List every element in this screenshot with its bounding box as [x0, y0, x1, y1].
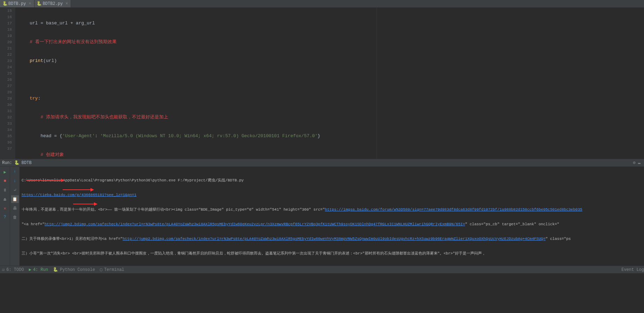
- close-icon[interactable]: ×: [29, 1, 31, 6]
- run-header: Run: 🐍 BDTB ⚙ ▬: [0, 159, 644, 167]
- clear-button[interactable]: 🗑: [11, 213, 19, 221]
- close-icon[interactable]: ×: [65, 1, 68, 6]
- event-log-tab[interactable]: Event Log: [621, 267, 644, 272]
- todo-tab[interactable]: ☑6: TODO: [2, 267, 24, 272]
- close-button[interactable]: ✕: [1, 204, 9, 212]
- run-toolbar-2: ↑ ↓ ⤶ 📋 🖶 🗑: [10, 167, 19, 266]
- editor[interactable]: 1516171819 2021222324 2526272829 3031323…: [0, 8, 644, 159]
- console-output[interactable]: C:\Users\linuxliu\AppData\Local\Programs…: [19, 167, 644, 266]
- wrap-button[interactable]: ⤶: [11, 186, 19, 194]
- print-button[interactable]: 🖶: [11, 204, 19, 212]
- exit-button[interactable]: ⏏: [1, 195, 9, 203]
- python-icon: 🐍: [14, 160, 19, 165]
- code-area[interactable]: url = base_url + arg_url # 看一下打出来的网址有没有达…: [15, 8, 644, 159]
- bottom-tool-bar: ☑6: TODO ▶4: Run 🐍Python Console ▢Termin…: [0, 266, 644, 273]
- editor-tabs: 🐍 BDTB.py × 🐍 BDTB2.py ×: [0, 0, 644, 8]
- python-console-tab[interactable]: 🐍Python Console: [53, 267, 95, 272]
- console-link[interactable]: http://jump2.bdimg.com/safecheck/index?u…: [45, 222, 465, 226]
- tab-label: BDTB.py: [8, 1, 26, 6]
- stop-button[interactable]: ■: [1, 177, 9, 185]
- run-panel: Run: 🐍 BDTB ⚙ ▬ ▶ ■ ⏸ ⏏ ✕ ? ↑ ↓ ⤶ 📋 🖶 🗑 …: [0, 159, 644, 266]
- run-body: ▶ ■ ⏸ ⏏ ✕ ? ↑ ↓ ⤶ 📋 🖶 🗑 C:\Users\linuxli…: [0, 167, 644, 266]
- up-button[interactable]: ↑: [11, 168, 19, 176]
- run-config-name: BDTB: [22, 161, 32, 165]
- tab-bdtb2[interactable]: 🐍 BDTB2.py ×: [34, 0, 71, 7]
- terminal-tab[interactable]: ▢Terminal: [100, 267, 124, 272]
- scroll-button[interactable]: 📋: [11, 195, 19, 203]
- pause-button[interactable]: ⏸: [1, 186, 9, 194]
- gutter: 1516171819 2021222324 2526272829 3031323…: [0, 8, 15, 159]
- run-label: Run:: [2, 161, 12, 165]
- gear-icon[interactable]: ⚙ ▬: [633, 160, 641, 165]
- console-line: C:\Users\linuxliu\AppData\Local\Programs…: [22, 178, 642, 183]
- down-button[interactable]: ↓: [11, 177, 19, 185]
- python-icon: 🐍: [37, 2, 41, 6]
- right-margin: [377, 8, 377, 159]
- run-toolbar-1: ▶ ■ ⏸ ⏏ ✕ ?: [0, 167, 10, 266]
- console-link[interactable]: http://jump2.bdimg.com/safecheck/index?u…: [123, 237, 545, 241]
- python-icon: 🐍: [3, 2, 7, 6]
- console-link[interactable]: https://tieba.baidu.com/p/4366865181?see…: [22, 193, 136, 197]
- rerun-button[interactable]: ▶: [1, 168, 9, 176]
- tab-label: BDTB2.py: [43, 1, 63, 6]
- run-tab[interactable]: ▶4: Run: [29, 267, 48, 272]
- help-button[interactable]: ?: [1, 213, 9, 221]
- tab-bdtb[interactable]: 🐍 BDTB.py ×: [0, 0, 34, 7]
- console-link[interactable]: https://imgsa.baidu.com/forum/w%3D580/si…: [325, 208, 582, 212]
